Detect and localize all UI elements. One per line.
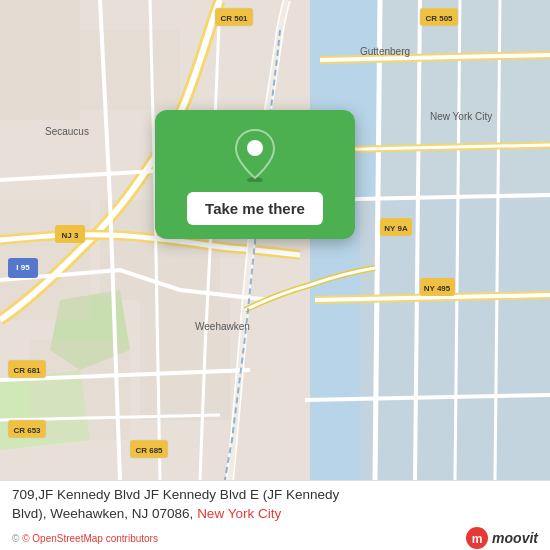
svg-text:NJ 3: NJ 3 <box>62 231 79 240</box>
svg-text:I 95: I 95 <box>16 263 30 272</box>
popup-card: Take me there <box>155 110 355 239</box>
svg-rect-14 <box>380 0 550 200</box>
svg-text:CR 653: CR 653 <box>13 426 41 435</box>
svg-text:New York City: New York City <box>430 111 492 122</box>
moovit-icon: m <box>466 527 488 549</box>
svg-text:NY 9A: NY 9A <box>384 224 408 233</box>
svg-text:NY 495: NY 495 <box>424 284 451 293</box>
svg-text:CR 685: CR 685 <box>135 446 163 455</box>
footer-bottom: © © OpenStreetMap contributors m moovit <box>12 527 538 549</box>
svg-rect-9 <box>80 30 180 110</box>
svg-text:Secaucus: Secaucus <box>45 126 89 137</box>
svg-rect-12 <box>140 300 230 420</box>
location-pin-icon <box>232 128 278 182</box>
svg-point-39 <box>247 140 263 156</box>
svg-text:Guttenberg: Guttenberg <box>360 46 410 57</box>
svg-text:Weehawken: Weehawken <box>195 321 250 332</box>
take-me-there-button[interactable]: Take me there <box>187 192 323 225</box>
footer: 709,JF Kennedy Blvd JF Kennedy Blvd E (J… <box>0 480 550 550</box>
osm-attribution: © © OpenStreetMap contributors <box>12 533 158 544</box>
address-text: 709,JF Kennedy Blvd JF Kennedy Blvd E (J… <box>12 486 538 524</box>
moovit-text: moovit <box>492 530 538 546</box>
svg-text:m: m <box>472 532 483 546</box>
svg-text:CR 681: CR 681 <box>13 366 41 375</box>
svg-text:CR 505: CR 505 <box>425 14 453 23</box>
map-container: CR 501 CR 505 I 95 NJ 3 CR 681 CR 653 CR… <box>0 0 550 480</box>
svg-text:CR 501: CR 501 <box>220 14 248 23</box>
moovit-logo: m moovit <box>466 527 538 549</box>
svg-rect-8 <box>0 0 80 120</box>
